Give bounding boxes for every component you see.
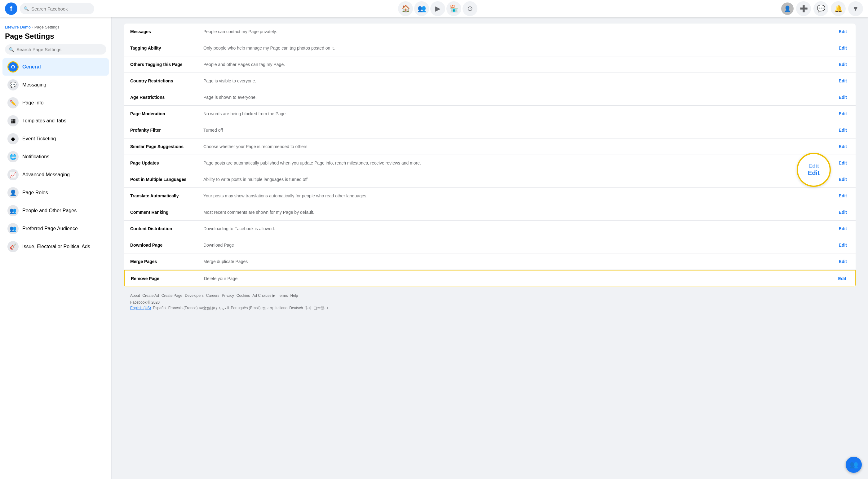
sidebar-item-notifications[interactable]: 🌐 Notifications	[2, 148, 109, 165]
footer-help[interactable]: Help	[290, 293, 298, 298]
moderation-edit-button[interactable]: Edit	[836, 110, 849, 118]
footer-developers[interactable]: Developers	[185, 293, 204, 298]
lang-korean[interactable]: 한국어	[262, 306, 273, 311]
global-search-bar[interactable]: 🔍	[20, 3, 94, 14]
sidebar-item-advanced-messaging[interactable]: 📈 Advanced Messaging	[2, 166, 109, 184]
settings-row-page-updates: Page Updates Page posts are automaticall…	[124, 155, 856, 171]
page-updates-edit-button[interactable]: Edit	[836, 159, 849, 167]
similar-page-edit-button[interactable]: Edit	[836, 143, 849, 150]
tagging-action: Edit	[836, 44, 849, 52]
home-nav-button[interactable]: 🏠	[398, 1, 413, 16]
multi-lang-edit-button[interactable]: Edit	[836, 176, 849, 183]
sidebar-item-page-roles[interactable]: 👤 Page Roles	[2, 184, 109, 201]
merge-pages-edit-button[interactable]: Edit	[836, 258, 849, 265]
content-dist-edit-button[interactable]: Edit	[836, 225, 849, 232]
sidebar-item-page-info-label: Page Info	[22, 100, 44, 106]
sidebar-search-bar[interactable]: 🔍	[5, 44, 106, 55]
lang-german[interactable]: Deutsch	[289, 306, 303, 311]
translate-edit-button[interactable]: Edit	[836, 192, 849, 199]
sidebar-item-messaging-label: Messaging	[22, 82, 46, 88]
people-nav-button[interactable]: 👥	[414, 1, 429, 16]
sidebar-item-adv-messaging-label: Advanced Messaging	[22, 172, 70, 178]
messenger-button[interactable]: 💬	[813, 1, 828, 16]
profanity-edit-button[interactable]: Edit	[836, 126, 849, 134]
settings-row-messages: Messages People can contact my Page priv…	[124, 24, 856, 40]
create-button[interactable]: ➕	[796, 1, 811, 16]
lang-chinese-simplified[interactable]: 中文(简体)	[199, 306, 217, 311]
lang-more[interactable]: +	[327, 306, 329, 311]
live-chat-button[interactable]: 👥	[846, 457, 862, 473]
sidebar: Lifewire Demo › Page Settings Page Setti…	[0, 18, 112, 479]
dropdown-button[interactable]: ▼	[848, 1, 863, 16]
footer-about[interactable]: About	[130, 293, 140, 298]
sidebar-item-general[interactable]: ⚙ General	[2, 58, 109, 75]
tagging-edit-button[interactable]: Edit	[836, 44, 849, 52]
footer-create-ad[interactable]: Create Ad	[142, 293, 159, 298]
comment-ranking-value: Most recent comments are shown for my Pa…	[198, 210, 836, 215]
notifications-icon: 🌐	[7, 151, 19, 162]
messages-value: People can contact my Page privately.	[198, 29, 836, 34]
similar-page-value: Choose whether your Page is recommended …	[198, 144, 836, 149]
groups-nav-button[interactable]: ⊙	[463, 1, 477, 16]
country-edit-button[interactable]: Edit	[836, 77, 849, 85]
settings-row-profanity: Profanity Filter Turned off Edit	[124, 122, 856, 138]
breadcrumb-page-link[interactable]: Lifewire Demo	[5, 25, 31, 29]
age-edit-button[interactable]: Edit	[836, 94, 849, 101]
sidebar-item-preferred-audience[interactable]: 👥 Preferred Page Audience	[2, 220, 109, 237]
main-layout: Lifewire Demo › Page Settings Page Setti…	[0, 18, 868, 479]
sidebar-item-audience-label: Preferred Page Audience	[22, 226, 78, 231]
sidebar-item-templates-tabs[interactable]: ▦ Templates and Tabs	[2, 112, 109, 129]
page-title: Page Settings	[0, 31, 111, 44]
profanity-action: Edit	[836, 126, 849, 134]
others-tagging-edit-button[interactable]: Edit	[836, 61, 849, 68]
notifications-button[interactable]: 🔔	[831, 1, 846, 16]
comment-ranking-edit-button[interactable]: Edit	[836, 209, 849, 216]
lang-english[interactable]: English (US)	[130, 306, 151, 311]
sidebar-item-templates-label: Templates and Tabs	[22, 118, 66, 124]
watch-nav-button[interactable]: ▶	[430, 1, 445, 16]
lang-french[interactable]: Français (France)	[168, 306, 198, 311]
footer-cookies[interactable]: Cookies	[237, 293, 250, 298]
user-avatar[interactable]: 👤	[781, 2, 794, 15]
sidebar-item-people-other-pages[interactable]: 👥 People and Other Pages	[2, 202, 109, 219]
merge-pages-action: Edit	[836, 258, 849, 265]
multi-lang-value: Ability to write posts in multiple langu…	[198, 177, 836, 182]
country-action: Edit	[836, 77, 849, 85]
profanity-label: Profanity Filter	[130, 128, 198, 133]
lang-arabic[interactable]: العربية	[219, 306, 229, 311]
sidebar-item-event-ticketing[interactable]: ◆ Event Ticketing	[2, 130, 109, 148]
breadcrumb: Lifewire Demo › Page Settings	[0, 22, 111, 31]
download-page-edit-button[interactable]: Edit	[836, 242, 849, 249]
sidebar-item-general-label: General	[22, 64, 41, 70]
search-input[interactable]	[31, 6, 91, 11]
marketplace-nav-button[interactable]: 🏪	[446, 1, 461, 16]
page-footer: About Create Ad Create Page Developers C…	[124, 287, 856, 317]
settings-row-moderation: Page Moderation No words are being block…	[124, 106, 856, 122]
messages-edit-button[interactable]: Edit	[836, 28, 849, 35]
country-label: Country Restrictions	[130, 78, 198, 83]
translate-label: Translate Automatically	[130, 193, 198, 198]
lang-portuguese[interactable]: Português (Brasil)	[230, 306, 260, 311]
sidebar-search-input[interactable]	[17, 47, 103, 52]
sidebar-item-issue-political[interactable]: 🎸 Issue, Electoral or Political Ads	[2, 238, 109, 255]
footer-links: About Create Ad Create Page Developers C…	[130, 293, 849, 298]
lang-hindi[interactable]: हिन्दी	[305, 306, 312, 311]
lang-spanish[interactable]: Español	[153, 306, 166, 311]
tagging-value: Only people who help manage my Page can …	[198, 45, 836, 51]
settings-row-remove-page: Remove Page Delete your Page Edit	[124, 270, 856, 287]
footer-privacy[interactable]: Privacy	[222, 293, 234, 298]
footer-careers[interactable]: Careers	[206, 293, 219, 298]
translate-value: Your posts may show translations automat…	[198, 193, 836, 198]
sidebar-item-messaging[interactable]: 💬 Messaging	[2, 76, 109, 94]
page-roles-icon: 👤	[7, 187, 19, 198]
footer-ad-choices[interactable]: Ad Choices ▶	[252, 293, 275, 298]
lang-japanese[interactable]: 日本語	[313, 306, 324, 311]
sidebar-item-page-info[interactable]: ✏️ Page Info	[2, 94, 109, 111]
lang-italian[interactable]: Italiano	[275, 306, 287, 311]
footer-create-page[interactable]: Create Page	[161, 293, 182, 298]
settings-row-multi-lang: Post in Multiple Languages Ability to wr…	[124, 171, 856, 188]
tagging-label: Tagging Ability	[130, 45, 198, 51]
remove-page-label: Remove Page	[131, 276, 199, 281]
remove-page-edit-button[interactable]: Edit	[836, 275, 849, 282]
footer-terms[interactable]: Terms	[278, 293, 288, 298]
